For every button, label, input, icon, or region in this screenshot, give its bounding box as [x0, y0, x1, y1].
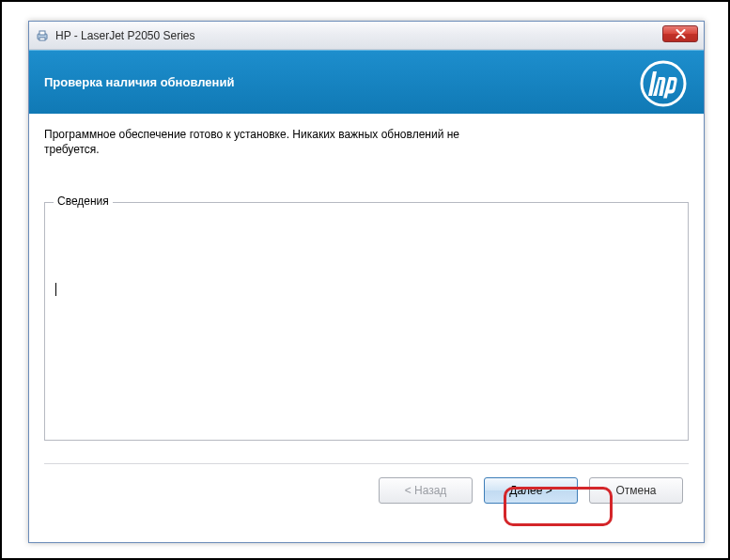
svg-rect-1 [39, 31, 45, 35]
screenshot-frame: HP - LaserJet P2050 Series Проверка нали… [0, 0, 730, 560]
details-text-area[interactable] [44, 202, 689, 441]
hp-logo [638, 58, 689, 113]
close-icon [676, 29, 686, 39]
back-button: < Назад [379, 477, 473, 504]
close-button[interactable] [662, 25, 698, 42]
banner-title: Проверка наличия обновлений [44, 75, 234, 89]
details-fieldset: Сведения [44, 202, 689, 441]
header-banner: Проверка наличия обновлений [29, 50, 704, 114]
app-icon [35, 28, 50, 43]
status-line-1: Программное обеспечение готово к установ… [44, 128, 459, 141]
next-button[interactable]: Далее > [484, 477, 578, 504]
cancel-button[interactable]: Отмена [589, 477, 683, 504]
button-row: < Назад Далее > Отмена [29, 464, 704, 504]
content-area: Программное обеспечение готово к установ… [29, 114, 704, 441]
status-text: Программное обеспечение готово к установ… [44, 127, 533, 157]
text-caret [55, 283, 56, 296]
installer-window: HP - LaserJet P2050 Series Проверка нали… [28, 21, 705, 543]
titlebar: HP - LaserJet P2050 Series [29, 22, 704, 50]
details-legend: Сведения [54, 194, 113, 208]
status-line-2: требуется. [44, 143, 100, 156]
svg-rect-2 [39, 38, 45, 40]
window-title: HP - LaserJet P2050 Series [55, 29, 195, 42]
